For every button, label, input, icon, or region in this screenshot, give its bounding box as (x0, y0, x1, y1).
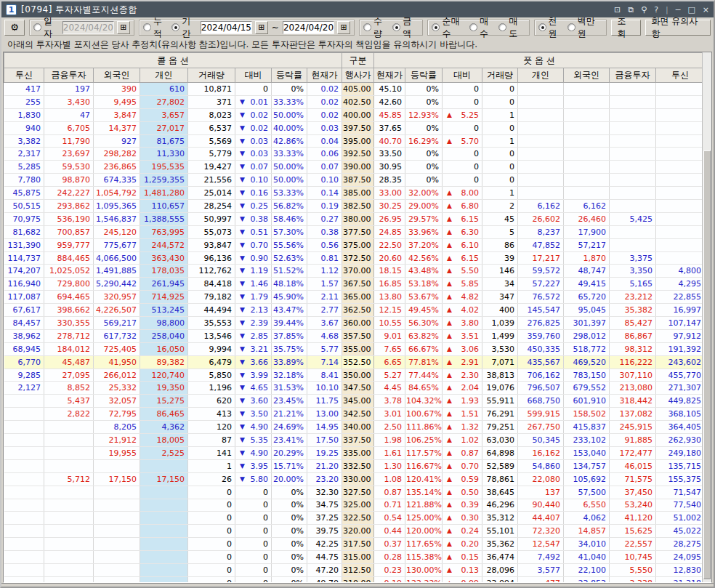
call-cell[interactable]: 266,012 (94, 368, 140, 382)
put-cell[interactable]: 28,275 (656, 538, 705, 551)
put-cell[interactable]: 10.55 (374, 317, 405, 330)
put-cell[interactable]: ▲6.15 (443, 251, 482, 265)
table-row[interactable]: 50,515293,8621,095,365110,65728,254▼0.25… (4, 200, 705, 213)
radio-cumulative-circle[interactable] (143, 23, 151, 31)
put-cell[interactable]: 796,507 (518, 382, 564, 395)
strike-cell[interactable]: 400.00 (342, 108, 374, 121)
call-cell[interactable] (44, 434, 94, 447)
put-cell[interactable]: 30.25 (374, 200, 405, 213)
strike-cell[interactable]: 320.00 (342, 525, 374, 538)
put-cell[interactable]: ▲6.30 (443, 225, 482, 238)
put-cell[interactable]: 63,030 (482, 434, 518, 447)
put-cell[interactable]: ▲0.13 (443, 563, 482, 576)
call-cell[interactable]: 43.47% (272, 304, 307, 317)
put-cell[interactable]: 33.50 (374, 148, 405, 161)
put-cell[interactable]: 79,251 (482, 421, 518, 434)
table-row[interactable]: 5,71217,15017,15026▼5.8020.00%23.20330.0… (4, 472, 705, 486)
strike-cell[interactable]: 352.50 (342, 355, 374, 368)
put-cell[interactable] (656, 95, 705, 108)
call-cell[interactable]: 44.75 (307, 551, 342, 564)
put-cell[interactable]: 76,572 (518, 291, 564, 304)
call-cell[interactable]: ▼0.10 (235, 174, 272, 187)
call-cell[interactable]: ▼0.02 (235, 121, 272, 134)
call-cell[interactable]: 8,023 (188, 108, 235, 121)
table-row[interactable]: 84,457330,355569,21798,80035,553▼2.3939.… (4, 317, 705, 330)
put-cell[interactable]: 86 (482, 238, 518, 251)
call-cell[interactable]: 9,285 (4, 368, 44, 382)
call-cell[interactable]: 0 (235, 576, 272, 583)
put-cell[interactable]: 45.85 (374, 108, 405, 121)
call-cell[interactable]: 6,770 (4, 355, 44, 368)
call-cell[interactable]: 0.03 (307, 121, 342, 134)
table-row[interactable]: 1▼3.9515.71%21.20332.501.30116.67%▲0.705… (4, 459, 705, 472)
call-cell[interactable]: ▼1.79 (235, 291, 272, 304)
table-row[interactable]: 9,28527,095266,012120,7405,850▼3.9932.18… (4, 368, 705, 382)
call-cell[interactable]: ▼3.95 (235, 459, 272, 472)
call-cell[interactable]: 32.18% (272, 368, 307, 382)
put-cell[interactable]: ▲5.50 (443, 265, 482, 278)
put-cell[interactable] (610, 95, 656, 108)
call-cell[interactable]: 79,182 (188, 291, 235, 304)
put-cell[interactable]: 158,502 (564, 408, 610, 421)
radio-quantity[interactable]: 수량 (363, 15, 389, 40)
put-cell[interactable]: 213,080 (610, 382, 656, 395)
put-cell[interactable]: 105,692 (564, 472, 610, 486)
call-cell[interactable]: 56.82% (272, 200, 307, 213)
put-cell[interactable] (564, 95, 610, 108)
call-cell[interactable]: 52.63% (272, 251, 307, 265)
call-cell[interactable]: 775,677 (94, 238, 140, 251)
call-cell[interactable]: 42.86% (272, 134, 307, 148)
call-cell[interactable]: 14.95 (307, 421, 342, 434)
call-cell[interactable]: 50.00% (272, 174, 307, 187)
put-cell[interactable]: 13.80 (374, 291, 405, 304)
strike-cell[interactable]: 377.50 (342, 225, 374, 238)
put-cell[interactable]: 12.93% (405, 108, 443, 121)
put-cell[interactable] (518, 148, 564, 161)
settings-button[interactable]: ⚙ (4, 20, 25, 36)
strike-cell[interactable]: 315.00 (342, 551, 374, 564)
call-cell[interactable]: ▼1.46 (235, 278, 272, 291)
call-cell[interactable]: 940 (4, 121, 44, 134)
put-cell[interactable] (564, 83, 610, 96)
put-cell[interactable] (656, 148, 705, 161)
radio-thousand-won-circle[interactable] (538, 23, 546, 31)
put-cell[interactable] (656, 212, 705, 225)
call-cell[interactable]: ▼0.02 (235, 108, 272, 121)
put-cell[interactable]: 36,474 (482, 551, 518, 564)
put-cell[interactable]: 400 (482, 304, 518, 317)
put-cell[interactable]: 12.15 (374, 304, 405, 317)
put-cell[interactable]: ▲2.91 (443, 355, 482, 368)
screen-notice-button[interactable]: 화면 유의사항 (645, 20, 711, 36)
put-cell[interactable]: 0 (443, 83, 482, 96)
call-cell[interactable]: 413 (188, 408, 235, 421)
strike-cell[interactable]: 370.00 (342, 265, 374, 278)
call-cell[interactable]: 3,657 (140, 108, 188, 121)
put-cell[interactable] (518, 108, 564, 121)
call-cell[interactable]: 50,515 (4, 200, 44, 213)
put-cell[interactable]: ▲0.59 (443, 472, 482, 486)
put-cell[interactable] (656, 225, 705, 238)
put-cell[interactable] (656, 121, 705, 134)
call-cell[interactable]: 50.00% (272, 161, 307, 174)
put-cell[interactable]: 30.95 (374, 161, 405, 174)
put-cell[interactable]: ▲4.82 (443, 291, 482, 304)
table-row[interactable]: 9406,70514,37727,0176,537▼0.0240.00%0.03… (4, 121, 705, 134)
call-cell[interactable]: ▼3.60 (235, 395, 272, 408)
call-cell[interactable]: 0.02 (307, 95, 342, 108)
put-cell[interactable]: 4,800 (656, 265, 705, 278)
call-cell[interactable]: 1,388,555 (140, 212, 188, 225)
maximize-button[interactable]: □ (687, 6, 695, 14)
put-cell[interactable]: 24.85 (374, 225, 405, 238)
strike-cell[interactable]: 332.50 (342, 459, 374, 472)
put-cell[interactable]: 50,345 (518, 434, 564, 447)
call-cell[interactable]: 3.67 (307, 317, 342, 330)
put-cell[interactable]: 9.01 (374, 329, 405, 342)
call-cell[interactable]: ▼0.07 (235, 161, 272, 174)
call-cell[interactable]: 725,405 (94, 342, 140, 355)
call-cell[interactable]: 617,732 (94, 329, 140, 342)
call-cell[interactable]: 10,871 (188, 83, 235, 96)
call-cell[interactable]: 17.50 (307, 434, 342, 447)
strike-cell[interactable]: 312.50 (342, 563, 374, 576)
call-cell[interactable]: 2.77 (307, 304, 342, 317)
call-cell[interactable]: 21,912 (94, 434, 140, 447)
